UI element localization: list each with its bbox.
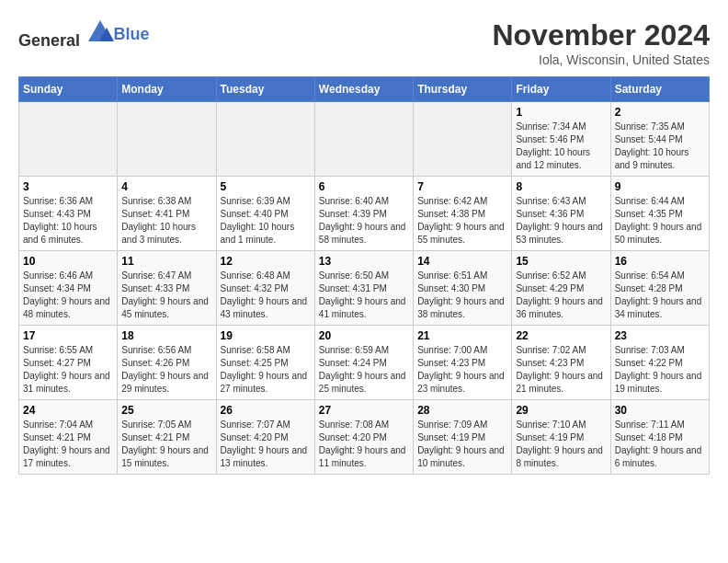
- calendar-day-cell: 11Sunrise: 6:47 AM Sunset: 4:33 PM Dayli…: [118, 251, 216, 326]
- day-info: Sunrise: 6:44 AM Sunset: 4:35 PM Dayligh…: [615, 195, 705, 247]
- calendar-day-cell: 19Sunrise: 6:58 AM Sunset: 4:25 PM Dayli…: [216, 326, 314, 400]
- calendar-header-row: SundayMondayTuesdayWednesdayThursdayFrid…: [19, 77, 710, 102]
- day-info: Sunrise: 6:55 AM Sunset: 4:27 PM Dayligh…: [23, 344, 113, 396]
- day-info: Sunrise: 6:56 AM Sunset: 4:26 PM Dayligh…: [121, 344, 211, 396]
- day-of-week-header: Saturday: [610, 77, 709, 102]
- day-info: Sunrise: 6:48 AM Sunset: 4:32 PM Dayligh…: [221, 270, 311, 321]
- day-info: Sunrise: 7:09 AM Sunset: 4:19 PM Dayligh…: [417, 419, 507, 470]
- day-number: 10: [23, 255, 113, 268]
- day-of-week-header: Friday: [512, 77, 610, 102]
- calendar-day-cell: 10Sunrise: 6:46 AM Sunset: 4:34 PM Dayli…: [19, 251, 118, 326]
- logo-blue: Blue: [114, 25, 150, 43]
- day-number: 4: [121, 180, 211, 193]
- calendar-week-row: 17Sunrise: 6:55 AM Sunset: 4:27 PM Dayli…: [19, 326, 710, 400]
- day-info: Sunrise: 6:46 AM Sunset: 4:34 PM Dayligh…: [23, 270, 113, 321]
- day-info: Sunrise: 6:52 AM Sunset: 4:29 PM Dayligh…: [516, 270, 606, 321]
- day-number: 5: [221, 180, 311, 193]
- day-number: 9: [615, 180, 705, 193]
- calendar-day-cell: 21Sunrise: 7:00 AM Sunset: 4:23 PM Dayli…: [414, 326, 512, 400]
- day-number: 1: [516, 106, 606, 119]
- day-number: 28: [417, 404, 507, 417]
- calendar-day-cell: [314, 102, 413, 177]
- calendar-day-cell: 8Sunrise: 6:43 AM Sunset: 4:36 PM Daylig…: [512, 177, 610, 251]
- day-number: 20: [319, 329, 409, 342]
- day-info: Sunrise: 7:11 AM Sunset: 4:18 PM Dayligh…: [615, 419, 705, 470]
- calendar-day-cell: 7Sunrise: 6:42 AM Sunset: 4:38 PM Daylig…: [414, 177, 512, 251]
- calendar-day-cell: 1Sunrise: 7:34 AM Sunset: 5:46 PM Daylig…: [512, 102, 610, 177]
- day-info: Sunrise: 6:54 AM Sunset: 4:28 PM Dayligh…: [615, 270, 705, 321]
- day-of-week-header: Thursday: [414, 77, 512, 102]
- calendar-week-row: 24Sunrise: 7:04 AM Sunset: 4:21 PM Dayli…: [19, 400, 710, 475]
- day-number: 12: [221, 255, 311, 268]
- logo: General Blue: [18, 18, 150, 51]
- day-number: 11: [121, 255, 211, 268]
- day-number: 27: [319, 404, 409, 417]
- logo-icon: [86, 18, 114, 46]
- location-subtitle: Iola, Wisconsin, United States: [492, 52, 710, 67]
- calendar-day-cell: 30Sunrise: 7:11 AM Sunset: 4:18 PM Dayli…: [610, 400, 709, 475]
- calendar-day-cell: 17Sunrise: 6:55 AM Sunset: 4:27 PM Dayli…: [19, 326, 118, 400]
- calendar-day-cell: 13Sunrise: 6:50 AM Sunset: 4:31 PM Dayli…: [314, 251, 413, 326]
- day-info: Sunrise: 6:36 AM Sunset: 4:43 PM Dayligh…: [23, 195, 113, 247]
- day-of-week-header: Wednesday: [314, 77, 413, 102]
- calendar-day-cell: [19, 102, 118, 177]
- calendar-day-cell: [118, 102, 216, 177]
- day-number: 2: [615, 106, 705, 119]
- calendar-day-cell: 24Sunrise: 7:04 AM Sunset: 4:21 PM Dayli…: [19, 400, 118, 475]
- day-info: Sunrise: 7:00 AM Sunset: 4:23 PM Dayligh…: [417, 344, 507, 396]
- day-info: Sunrise: 7:02 AM Sunset: 4:23 PM Dayligh…: [516, 344, 606, 396]
- calendar-table: SundayMondayTuesdayWednesdayThursdayFrid…: [18, 76, 710, 475]
- day-info: Sunrise: 6:42 AM Sunset: 4:38 PM Dayligh…: [417, 195, 507, 247]
- day-info: Sunrise: 6:51 AM Sunset: 4:30 PM Dayligh…: [417, 270, 507, 321]
- day-info: Sunrise: 6:43 AM Sunset: 4:36 PM Dayligh…: [516, 195, 606, 247]
- day-number: 14: [417, 255, 507, 268]
- calendar-day-cell: 22Sunrise: 7:02 AM Sunset: 4:23 PM Dayli…: [512, 326, 610, 400]
- day-number: 13: [319, 255, 409, 268]
- day-info: Sunrise: 6:58 AM Sunset: 4:25 PM Dayligh…: [221, 344, 311, 396]
- day-number: 30: [615, 404, 705, 417]
- day-info: Sunrise: 6:39 AM Sunset: 4:40 PM Dayligh…: [221, 195, 311, 247]
- day-info: Sunrise: 7:35 AM Sunset: 5:44 PM Dayligh…: [615, 121, 705, 172]
- day-info: Sunrise: 7:03 AM Sunset: 4:22 PM Dayligh…: [615, 344, 705, 396]
- calendar-day-cell: 2Sunrise: 7:35 AM Sunset: 5:44 PM Daylig…: [610, 102, 709, 177]
- day-number: 7: [417, 180, 507, 193]
- day-number: 17: [23, 329, 113, 342]
- day-info: Sunrise: 7:08 AM Sunset: 4:20 PM Dayligh…: [319, 419, 409, 470]
- day-number: 24: [23, 404, 113, 417]
- day-of-week-header: Sunday: [19, 77, 118, 102]
- day-info: Sunrise: 6:59 AM Sunset: 4:24 PM Dayligh…: [319, 344, 409, 396]
- calendar-day-cell: 28Sunrise: 7:09 AM Sunset: 4:19 PM Dayli…: [414, 400, 512, 475]
- calendar-day-cell: 6Sunrise: 6:40 AM Sunset: 4:39 PM Daylig…: [314, 177, 413, 251]
- logo-general: General: [18, 31, 80, 50]
- calendar-day-cell: 18Sunrise: 6:56 AM Sunset: 4:26 PM Dayli…: [118, 326, 216, 400]
- day-info: Sunrise: 6:50 AM Sunset: 4:31 PM Dayligh…: [319, 270, 409, 321]
- calendar-week-row: 3Sunrise: 6:36 AM Sunset: 4:43 PM Daylig…: [19, 177, 710, 251]
- day-info: Sunrise: 6:38 AM Sunset: 4:41 PM Dayligh…: [121, 195, 211, 247]
- calendar-day-cell: 3Sunrise: 6:36 AM Sunset: 4:43 PM Daylig…: [19, 177, 118, 251]
- calendar-day-cell: 26Sunrise: 7:07 AM Sunset: 4:20 PM Dayli…: [216, 400, 314, 475]
- day-number: 15: [516, 255, 606, 268]
- day-info: Sunrise: 7:05 AM Sunset: 4:21 PM Dayligh…: [121, 419, 211, 470]
- day-info: Sunrise: 7:07 AM Sunset: 4:20 PM Dayligh…: [221, 419, 311, 470]
- calendar-day-cell: 15Sunrise: 6:52 AM Sunset: 4:29 PM Dayli…: [512, 251, 610, 326]
- calendar-day-cell: [216, 102, 314, 177]
- calendar-day-cell: 16Sunrise: 6:54 AM Sunset: 4:28 PM Dayli…: [610, 251, 709, 326]
- day-info: Sunrise: 7:04 AM Sunset: 4:21 PM Dayligh…: [23, 419, 113, 470]
- day-number: 18: [121, 329, 211, 342]
- day-info: Sunrise: 6:40 AM Sunset: 4:39 PM Dayligh…: [319, 195, 409, 247]
- day-of-week-header: Tuesday: [216, 77, 314, 102]
- day-number: 3: [23, 180, 113, 193]
- day-info: Sunrise: 7:10 AM Sunset: 4:19 PM Dayligh…: [516, 419, 606, 470]
- header: General Blue November 2024 Iola, Wiscons…: [18, 18, 710, 67]
- calendar-week-row: 1Sunrise: 7:34 AM Sunset: 5:46 PM Daylig…: [19, 102, 710, 177]
- day-number: 21: [417, 329, 507, 342]
- calendar-day-cell: 20Sunrise: 6:59 AM Sunset: 4:24 PM Dayli…: [314, 326, 413, 400]
- calendar-day-cell: 5Sunrise: 6:39 AM Sunset: 4:40 PM Daylig…: [216, 177, 314, 251]
- day-number: 22: [516, 329, 606, 342]
- day-number: 19: [221, 329, 311, 342]
- month-year-title: November 2024: [492, 18, 710, 52]
- calendar-day-cell: 4Sunrise: 6:38 AM Sunset: 4:41 PM Daylig…: [118, 177, 216, 251]
- calendar-day-cell: 9Sunrise: 6:44 AM Sunset: 4:35 PM Daylig…: [610, 177, 709, 251]
- day-number: 16: [615, 255, 705, 268]
- day-number: 8: [516, 180, 606, 193]
